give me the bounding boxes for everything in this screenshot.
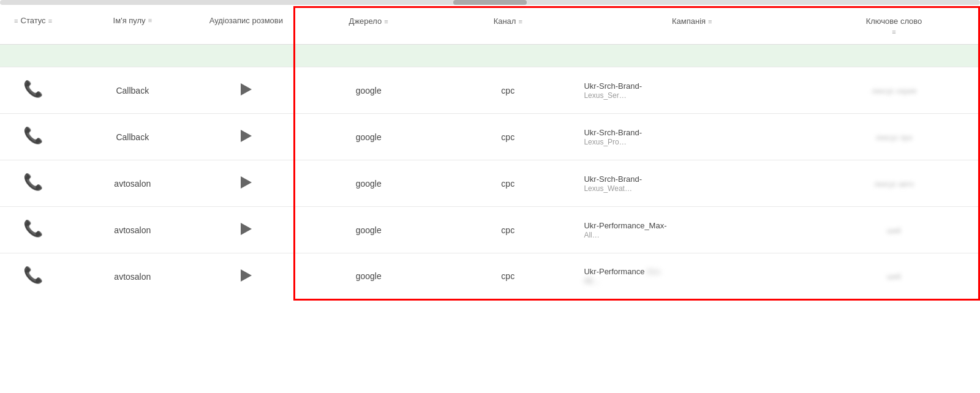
col-label-source: Джерело xyxy=(349,17,382,26)
cell-status: 📞 xyxy=(0,67,66,114)
cell-campaign: Ukr-Performance_Max-All… xyxy=(574,207,810,253)
table-body: 📞 Callback google cpc Ukr-Srch-Brand-Lex… xyxy=(0,45,979,300)
phone-icon-green: 📞 xyxy=(23,130,43,148)
cell-keyword xyxy=(810,45,979,67)
cell-pool: avtosalon xyxy=(66,253,198,300)
col-label-audio: Аудіозапис розмови xyxy=(209,16,283,25)
table-row: 📞 Callback google cpc Ukr-Srch-Brand-Lex… xyxy=(0,114,979,160)
cell-keyword: лексус про xyxy=(810,114,979,160)
col-header-campaign: Кампанія ≡ xyxy=(574,7,810,45)
cell-campaign: Ukr-Srch-Brand-Lexus_Pro… xyxy=(574,114,810,160)
cell-audio xyxy=(198,67,294,114)
cell-source xyxy=(295,45,442,67)
cell-audio xyxy=(198,114,294,160)
play-button[interactable] xyxy=(241,83,252,95)
cell-pool: avtosalon xyxy=(66,160,198,207)
col-label-channel: Канал xyxy=(494,17,516,26)
cell-audio xyxy=(198,253,294,300)
table-row: 📞 avtosalon google cpc Ukr-Performance M… xyxy=(0,253,979,300)
phone-icon-green-lock-2: 📞 xyxy=(23,269,43,288)
cell-campaign: Ukr-Srch-Brand-Lexus_Weat… xyxy=(574,160,810,207)
col-label-status: Статус xyxy=(21,16,46,25)
keyword-value: ший xyxy=(887,272,901,281)
main-table: ≡ Статус ≡ Ім'я пулу ≡ Аудіозапис розмов… xyxy=(0,6,980,301)
cell-source: google xyxy=(295,207,442,253)
cell-channel: cpc xyxy=(442,114,574,160)
phone-icon-gray: 📞 xyxy=(23,176,43,195)
col-header-audio: Аудіозапис розмови xyxy=(198,7,294,45)
table-row xyxy=(0,45,979,67)
cell-status: 📞 xyxy=(0,160,66,207)
col-label-keyword: Ключове слово xyxy=(866,17,922,26)
col-header-keyword: Ключове слово слово ≡ xyxy=(810,7,979,45)
scrollbar-top[interactable] xyxy=(0,0,980,5)
cell-pool: avtosalon xyxy=(66,207,198,253)
cell-campaign: Ukr-Srch-Brand-Lexus_Ser… xyxy=(574,67,810,114)
cell-status xyxy=(0,45,66,67)
cell-source: google xyxy=(295,253,442,300)
cell-pool xyxy=(66,45,198,67)
table-row: 📞 Callback google cpc Ukr-Srch-Brand-Lex… xyxy=(0,67,979,114)
col-header-source: Джерело ≡ xyxy=(295,7,442,45)
play-button[interactable] xyxy=(241,223,252,235)
phone-icon-green-lock: 📞 xyxy=(23,78,43,102)
cell-source: google xyxy=(295,160,442,207)
cell-audio xyxy=(198,45,294,67)
play-button[interactable] xyxy=(241,176,252,189)
table-row: 📞 avtosalon google cpc Ukr-Srch-Brand-Le… xyxy=(0,160,979,207)
svg-text:📞: 📞 xyxy=(23,219,43,238)
table-header-row: ≡ Статус ≡ Ім'я пулу ≡ Аудіозапис розмов… xyxy=(0,7,979,45)
cell-pool: Callback xyxy=(66,114,198,160)
cell-channel: cpc xyxy=(442,160,574,207)
col-header-channel: Канал ≡ xyxy=(442,7,574,45)
cell-channel: cpc xyxy=(442,253,574,300)
table-row: 📞 avtosalon google cpc Ukr-Performance_M… xyxy=(0,207,979,253)
filter-icon-keyword[interactable]: ≡ xyxy=(892,28,895,36)
keyword-value: ший xyxy=(887,226,901,235)
cell-source: google xyxy=(295,67,442,114)
play-button[interactable] xyxy=(241,269,252,282)
col-header-status: ≡ Статус ≡ xyxy=(0,7,66,45)
svg-text:📞: 📞 xyxy=(23,125,43,144)
cell-status: 📞 xyxy=(0,207,66,253)
cell-channel: cpc xyxy=(442,207,574,253)
cell-keyword: ший xyxy=(810,253,979,300)
cell-campaign xyxy=(574,45,810,67)
phone-icon-gray-2: 📞 xyxy=(23,223,43,241)
cell-status: 📞 xyxy=(0,253,66,300)
cell-keyword: лексус серия xyxy=(810,67,979,114)
cell-channel: cpc xyxy=(442,67,574,114)
filter-icon-source[interactable]: ≡ xyxy=(384,18,388,25)
col-label-campaign: Кампанія xyxy=(672,17,706,26)
table-wrapper: ≡ Статус ≡ Ім'я пулу ≡ Аудіозапис розмов… xyxy=(0,0,980,301)
cell-keyword: лексус авто xyxy=(810,160,979,207)
keyword-value: лексус про xyxy=(875,133,912,142)
cell-pool: Callback xyxy=(66,67,198,114)
scrollbar-thumb[interactable] xyxy=(453,0,527,5)
col-label-pool: Ім'я пулу xyxy=(113,16,146,25)
cell-campaign: Ukr-Performance MaxAll… xyxy=(574,253,810,300)
svg-text:📞: 📞 xyxy=(23,79,43,98)
cell-source: google xyxy=(295,114,442,160)
cell-audio xyxy=(198,160,294,207)
cell-channel xyxy=(442,45,574,67)
svg-text:📞: 📞 xyxy=(23,172,43,191)
keyword-value: лексус серия xyxy=(872,87,916,95)
filter-icon-campaign[interactable]: ≡ xyxy=(708,18,712,25)
filter-icon-right[interactable]: ≡ xyxy=(48,17,52,24)
play-button[interactable] xyxy=(241,130,252,142)
col-header-pool: Ім'я пулу ≡ xyxy=(66,7,198,45)
keyword-value: лексус авто xyxy=(874,180,914,189)
filter-icon-left[interactable]: ≡ xyxy=(14,17,18,24)
filter-icon-pool[interactable]: ≡ xyxy=(148,17,152,24)
cell-status: 📞 xyxy=(0,114,66,160)
cell-keyword: ший xyxy=(810,207,979,253)
filter-icon-channel[interactable]: ≡ xyxy=(518,18,522,25)
svg-text:📞: 📞 xyxy=(23,265,43,284)
cell-audio xyxy=(198,207,294,253)
